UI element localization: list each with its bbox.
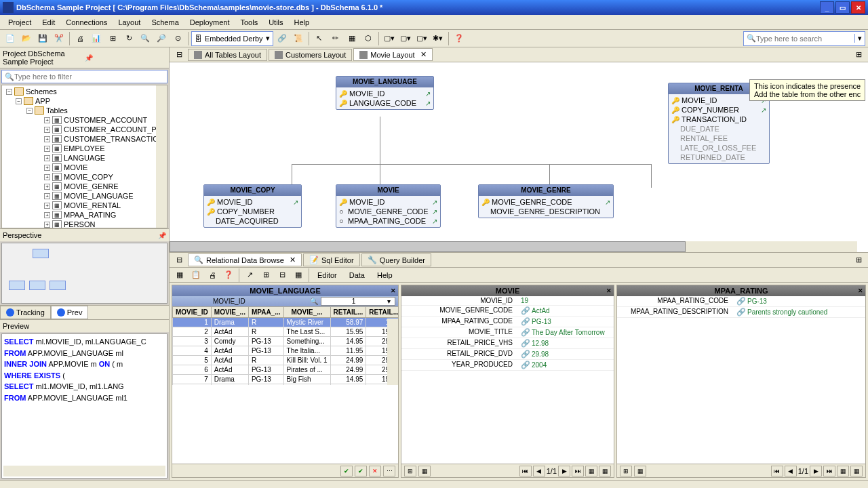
expand-icon[interactable]: + xyxy=(44,212,50,218)
tool6-icon[interactable]: ⊟ xyxy=(275,268,290,283)
tree-table-item[interactable]: MOVIE_LANGUAGE xyxy=(64,192,134,200)
help2-icon[interactable]: ❓ xyxy=(221,268,236,283)
delete-icon[interactable]: ✕ xyxy=(369,466,381,476)
kv-row[interactable]: RETAIL_PRICE_DVD🔗29.98 xyxy=(401,349,614,360)
refresh-icon[interactable]: ↻ xyxy=(121,31,136,46)
filter-input[interactable] xyxy=(14,73,164,81)
menu-schema[interactable]: Schema xyxy=(146,17,184,28)
collapse-icon[interactable]: − xyxy=(6,89,12,95)
link-icon[interactable]: ⬡ xyxy=(361,31,376,46)
tree-scrollbar[interactable] xyxy=(156,85,167,228)
sql-hscrollbar[interactable] xyxy=(3,466,165,476)
expand-icon[interactable]: ⊞ xyxy=(851,47,866,62)
tab-query-builder[interactable]: 🔧Query Builder xyxy=(361,253,431,266)
cut-icon[interactable]: ✂️ xyxy=(52,31,66,46)
next-icon[interactable]: ▶ xyxy=(558,466,570,476)
tree-table-item[interactable]: MOVIE_GENRE xyxy=(64,182,119,190)
dropdown2-icon[interactable]: ▢▾ xyxy=(398,31,413,46)
tab-movie[interactable]: Movie Layout✕ xyxy=(353,48,432,61)
expand-icon[interactable]: + xyxy=(44,155,50,161)
collapse-icon[interactable]: ⊟ xyxy=(172,47,186,62)
table-row[interactable]: 5ActAdRKill Bill: Vol. 124.9929.992003 xyxy=(173,356,399,365)
column-header[interactable]: RETAIL... xyxy=(366,307,398,318)
prev-icon[interactable]: ◀ xyxy=(785,466,797,476)
project-tree[interactable]: −Schemes −APP −Tables +▦CUSTOMER_ACCOUNT… xyxy=(1,85,167,228)
table-row[interactable]: 3ComdyPG-13Something...14.9529.992003 xyxy=(173,337,399,346)
expand-icon[interactable]: + xyxy=(44,203,50,209)
kv-row[interactable]: RETAIL_PRICE_VHS🔗12.98 xyxy=(401,338,614,349)
expand-icon[interactable]: + xyxy=(44,136,50,142)
tree-table-item[interactable]: CUSTOMER_ACCOUNT_PE xyxy=(64,125,161,134)
tree-table-item[interactable]: CUSTOMER_TRANSACTIO xyxy=(64,135,159,143)
mini-map[interactable] xyxy=(1,243,167,304)
tree-table-item[interactable]: MOVIE_COPY xyxy=(64,173,113,181)
collapse-icon[interactable]: ⊟ xyxy=(172,253,186,268)
kv-row[interactable]: MOVIE_ID19 xyxy=(401,296,614,306)
menu-deployment[interactable]: Deployment xyxy=(184,17,235,28)
column-header[interactable]: MPAA_... xyxy=(248,307,283,318)
tracking-tab[interactable]: Tracking xyxy=(0,306,51,319)
tool7-icon[interactable]: ▦ xyxy=(291,268,306,283)
collapse-icon[interactable]: − xyxy=(16,98,22,104)
draw-icon[interactable]: ✏ xyxy=(328,31,343,46)
gridview-icon[interactable]: ▦ xyxy=(585,466,597,476)
diagram-hscrollbar[interactable] xyxy=(170,241,857,252)
pin-icon[interactable]: 📌 xyxy=(158,232,166,239)
help-icon[interactable]: ❓ xyxy=(452,31,467,46)
collapse-icon[interactable]: − xyxy=(26,108,33,114)
tree-table-item[interactable]: MOVIE_RENTAL xyxy=(64,201,121,209)
kv-row[interactable]: MPAA_RATING_DESCRIPTION🔗Parents strongly… xyxy=(617,307,865,318)
check-icon[interactable]: ✔ xyxy=(340,466,353,476)
menu-tools[interactable]: Tools xyxy=(235,17,263,28)
submenu-data[interactable]: Data xyxy=(344,270,370,281)
grid-vscrollbar[interactable] xyxy=(387,319,398,385)
open-icon[interactable]: 📂 xyxy=(19,31,34,46)
tab-sql-editor[interactable]: 📝Sql Editor xyxy=(303,253,360,266)
tree-table-item[interactable]: CUSTOMER_ACCOUNT xyxy=(64,116,147,124)
entity-movie[interactable]: MOVIE 🔑MOVIE_ID↗ ○MOVIE_GENRE_CODE↗ ○MPA… xyxy=(336,184,441,228)
close-button[interactable]: ✕ xyxy=(851,1,865,14)
expand-icon[interactable]: + xyxy=(44,184,50,190)
table-row[interactable]: 1DramaRMystic River58.9719.92003 xyxy=(173,318,399,327)
data-grid[interactable]: MOVIE_IDMOVIE_...MPAA_...MOVIE_...RETAIL… xyxy=(172,306,398,385)
tool5-icon[interactable]: ⊞ xyxy=(258,268,273,283)
save-icon[interactable]: 💾 xyxy=(35,31,50,46)
menu-utils[interactable]: Utils xyxy=(263,17,288,28)
submenu-editor[interactable]: Editor xyxy=(312,270,342,281)
tool4-icon[interactable]: ↗ xyxy=(242,268,257,283)
close-tab-icon[interactable]: ✕ xyxy=(290,256,296,264)
tool2-icon[interactable]: 📋 xyxy=(189,268,203,283)
first-icon[interactable]: ⏮ xyxy=(771,466,783,476)
new-icon[interactable]: 📄 xyxy=(3,31,18,46)
entity-movie-genre[interactable]: MOVIE_GENRE 🔑MOVIE_GENRE_CODE↗ MOVIE_GEN… xyxy=(478,184,614,218)
zoom-out-icon[interactable]: 🔍 xyxy=(138,31,153,46)
tree-schemes[interactable]: Schemes xyxy=(26,87,57,96)
nav-icon[interactable]: ⊞ xyxy=(404,466,416,476)
kv-row[interactable]: MOVIE_GENRE_CODE🔗ActAd xyxy=(401,306,614,317)
kv-row[interactable]: YEAR_PRODUCED🔗2004 xyxy=(401,360,614,371)
expand-icon[interactable]: + xyxy=(44,193,50,199)
entity-movie-copy[interactable]: MOVIE_COPY 🔑MOVIE_ID↗ 🔑COPY_NUMBER DATE_… xyxy=(203,184,302,228)
panel-close-icon[interactable]: ✕ xyxy=(391,287,396,294)
column-header[interactable]: MOVIE_... xyxy=(283,307,330,318)
column-header[interactable]: MOVIE_... xyxy=(211,307,248,318)
tab-all-tables[interactable]: All Tables Layout xyxy=(188,49,267,61)
zoom-in-icon[interactable]: 🔎 xyxy=(154,31,169,46)
connect-icon[interactable]: 🔗 xyxy=(275,31,290,46)
tab-customers[interactable]: Customers Layout xyxy=(269,49,352,61)
nav-icon[interactable]: ⊞ xyxy=(620,466,632,476)
tree-table-item[interactable]: LANGUAGE xyxy=(64,154,105,162)
next-icon[interactable]: ▶ xyxy=(810,466,822,476)
pin-icon[interactable]: 📌 xyxy=(85,54,167,62)
column-header[interactable]: RETAIL... xyxy=(330,307,366,318)
tool3-icon[interactable]: 🖨 xyxy=(205,268,220,283)
menu-project[interactable]: Project xyxy=(3,17,37,28)
nav2-icon[interactable]: ▦ xyxy=(418,466,431,476)
gridview-icon[interactable]: ▦ xyxy=(837,466,849,476)
dropdown1-icon[interactable]: ▢▾ xyxy=(382,31,397,46)
last-icon[interactable]: ⏭ xyxy=(823,466,835,476)
expand-icon[interactable]: + xyxy=(44,174,50,180)
panel-close-icon[interactable]: ✕ xyxy=(606,287,612,294)
minimize-button[interactable]: _ xyxy=(820,1,834,14)
db-selector[interactable]: 🗄 Embedded Derby ▾ xyxy=(191,31,273,46)
